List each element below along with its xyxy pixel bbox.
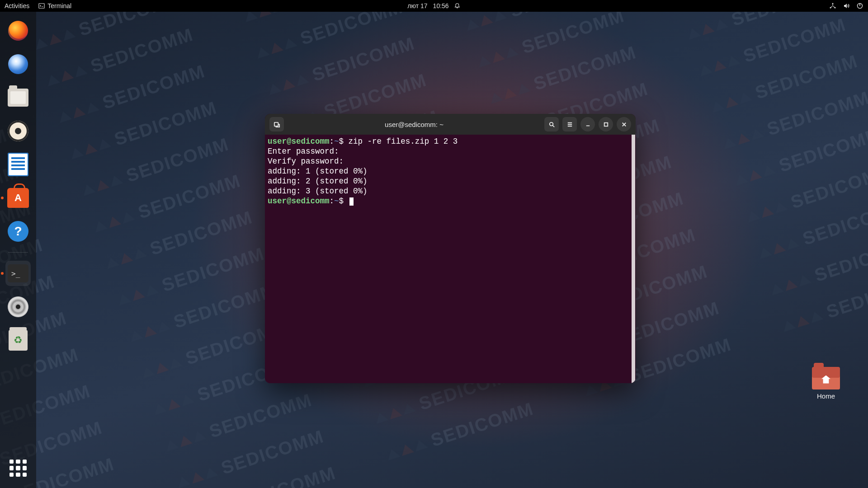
maximize-icon <box>603 121 609 128</box>
terminal-content[interactable]: user@sedicomm:~$ zip -re files.zip 1 2 3… <box>265 135 636 383</box>
window-title: user@sedicomm: ~ <box>288 121 541 128</box>
terminal-line: user@sedicomm:~$ zip -re files.zip 1 2 3 <box>268 136 633 146</box>
top-bar: Activities Terminal лют 17 10:56 <box>0 0 868 12</box>
dock: ? >_ <box>0 12 36 488</box>
firefox-icon <box>8 21 28 41</box>
dock-terminal[interactable]: >_ <box>5 261 31 286</box>
svg-point-1 <box>832 3 834 5</box>
prompt-user: user <box>268 137 287 146</box>
show-applications-button[interactable] <box>5 455 31 481</box>
menu-button[interactable] <box>562 117 577 131</box>
dock-help[interactable]: ? <box>5 219 31 244</box>
power-icon <box>856 2 863 9</box>
thunderbird-icon <box>8 54 28 74</box>
terminal-line: user@sedicomm:~$ <box>268 196 633 206</box>
terminal-command: zip -re files.zip 1 2 3 <box>349 137 458 146</box>
apps-grid-icon <box>9 460 27 477</box>
desktop-home-folder[interactable]: Home <box>812 367 840 400</box>
minimize-button[interactable] <box>580 117 595 131</box>
system-status-area[interactable] <box>829 2 863 9</box>
volume-icon <box>843 2 850 9</box>
disc-icon <box>8 296 28 317</box>
terminal-cursor <box>349 197 354 206</box>
terminal-app-icon: >_ <box>8 264 28 282</box>
dock-thunderbird[interactable] <box>5 52 31 77</box>
prompt-host: sedicomm <box>292 137 330 146</box>
terminal-icon <box>38 3 45 9</box>
desktop-icon-label: Home <box>817 392 835 400</box>
dock-trash[interactable] <box>5 328 31 353</box>
close-button[interactable] <box>617 117 631 131</box>
time-label: 10:56 <box>433 2 449 9</box>
new-tab-button[interactable] <box>269 117 284 131</box>
terminal-window[interactable]: user@sedicomm: ~ user@sedicomm:~$ zip -r… <box>265 114 636 383</box>
search-button[interactable] <box>544 117 559 131</box>
activities-button[interactable]: Activities <box>5 2 29 9</box>
dock-ubuntu-software[interactable] <box>5 185 31 211</box>
search-icon <box>548 121 555 128</box>
prompt-path: ~ <box>334 137 339 146</box>
terminal-line: adding: 2 (stored 0%) <box>268 176 633 186</box>
close-icon <box>621 121 627 128</box>
help-icon: ? <box>8 221 28 242</box>
dock-disk[interactable] <box>5 294 31 319</box>
terminal-line: Enter password: <box>268 146 633 156</box>
terminal-line: adding: 1 (stored 0%) <box>268 166 633 176</box>
desktop[interactable]: SEDICOMMSEDICOMMSEDICOMMSEDICOMMSEDICOMM… <box>0 12 868 488</box>
software-icon <box>7 188 29 208</box>
hamburger-icon <box>566 121 573 128</box>
dock-rhythmbox[interactable] <box>5 118 31 144</box>
svg-rect-7 <box>604 122 608 126</box>
dock-libreoffice-writer[interactable] <box>5 152 31 177</box>
dock-firefox[interactable] <box>5 18 31 43</box>
rhythmbox-icon <box>8 121 28 141</box>
terminal-line: Verify password: <box>268 156 633 166</box>
svg-rect-0 <box>39 4 44 9</box>
network-icon <box>829 2 836 9</box>
clock-area[interactable]: лют 17 10:56 <box>407 2 460 9</box>
new-tab-icon <box>274 121 280 128</box>
home-folder-icon <box>812 367 840 389</box>
bell-icon <box>454 3 461 9</box>
dock-separator <box>8 252 28 253</box>
trash-icon <box>9 330 28 351</box>
minimize-icon <box>585 121 591 128</box>
files-icon <box>8 89 28 107</box>
terminal-scrollbar[interactable] <box>632 135 635 383</box>
writer-icon <box>8 153 28 176</box>
active-app-menu[interactable]: Terminal <box>38 2 71 9</box>
prompt-symbol: $ <box>339 137 344 146</box>
dock-files[interactable] <box>5 85 31 110</box>
date-label: лют 17 <box>407 2 427 9</box>
terminal-line: adding: 3 (stored 0%) <box>268 186 633 196</box>
svg-rect-5 <box>274 122 278 126</box>
active-app-name: Terminal <box>47 2 71 9</box>
svg-point-6 <box>549 122 553 126</box>
maximize-button[interactable] <box>599 117 613 131</box>
titlebar[interactable]: user@sedicomm: ~ <box>265 114 636 135</box>
